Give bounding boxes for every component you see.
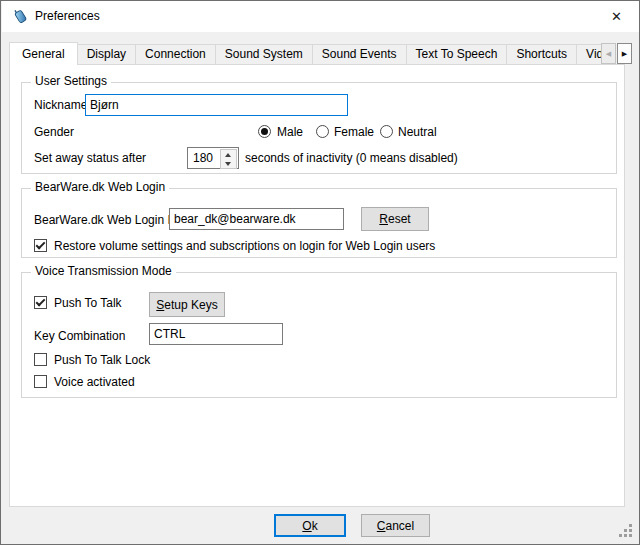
tab-general[interactable]: General [9,42,78,65]
tab-sound-system[interactable]: Sound System [215,44,313,64]
tab-connection[interactable]: Connection [135,44,216,64]
resize-grip[interactable] [619,534,622,537]
setup-keys-button[interactable]: Setup Keys [149,292,225,317]
away-status-suffix-label: seconds of inactivity (0 means disabled) [245,151,458,165]
voice-activated-checkbox-label[interactable]: Voice activated [54,375,135,389]
spin-down-icon[interactable] [221,159,234,168]
voice-transmission-group-title: Voice Transmission Mode [31,265,176,278]
title-bar[interactable]: Preferences ✕ [2,1,639,32]
nickname-label: Nickname [34,98,87,112]
key-combination-label: Key Combination [34,329,125,343]
away-seconds-spinner[interactable]: 180 [187,147,239,169]
spinner-buttons [220,149,237,169]
key-combination-input[interactable] [149,323,283,345]
cancel-button[interactable]: Cancel [361,514,430,537]
restore-volume-checkbox-label[interactable]: Restore volume settings and subscription… [54,239,435,253]
tab-shortcuts[interactable]: Shortcuts [506,44,577,64]
push-to-talk-checkbox[interactable] [34,296,47,309]
gender-radio-female[interactable] [316,125,329,138]
away-status-label: Set away status after [34,151,146,165]
tab-text-to-speech[interactable]: Text To Speech [406,44,508,64]
web-login-id-label: BearWare.dk Web Login ID [34,213,179,227]
dialog-title: Preferences [35,1,100,32]
web-login-id-input[interactable] [169,208,344,230]
gender-radio-male-label[interactable]: Male [277,125,303,139]
voice-activated-checkbox[interactable] [34,375,47,388]
user-settings-group-title: User Settings [31,75,111,88]
spin-up-icon[interactable] [221,150,234,159]
preferences-tabbar: General Display Connection Sound System … [9,42,601,65]
close-icon[interactable]: ✕ [594,1,639,32]
reset-button[interactable]: Reset [361,207,429,231]
gender-radio-male[interactable] [258,125,271,138]
teamtalk-app-icon [12,8,28,24]
push-to-talk-lock-checkbox[interactable] [34,353,47,366]
tab-display[interactable]: Display [77,44,136,64]
push-to-talk-lock-checkbox-label[interactable]: Push To Talk Lock [54,353,150,367]
gender-radio-neutral[interactable] [380,125,393,138]
tab-scroll-buttons: ◀ ▶ [601,43,632,64]
tab-scroll-right-icon[interactable]: ▶ [617,43,632,64]
restore-volume-checkbox[interactable] [34,239,47,252]
tab-video[interactable]: Video [576,44,601,64]
gender-label: Gender [34,125,74,139]
preferences-dialog: Preferences ✕ General Display Connection… [0,0,640,545]
push-to-talk-checkbox-label[interactable]: Push To Talk [54,296,122,310]
web-login-group-title: BearWare.dk Web Login [31,181,169,194]
tab-sound-events[interactable]: Sound Events [312,44,407,64]
gender-radio-female-label[interactable]: Female [334,125,374,139]
tab-scroll-left-icon[interactable]: ◀ [601,43,616,64]
ok-button[interactable]: Ok [274,514,346,537]
nickname-input[interactable] [85,94,348,116]
away-seconds-value: 180 [193,148,213,168]
gender-radio-neutral-label[interactable]: Neutral [398,125,437,139]
